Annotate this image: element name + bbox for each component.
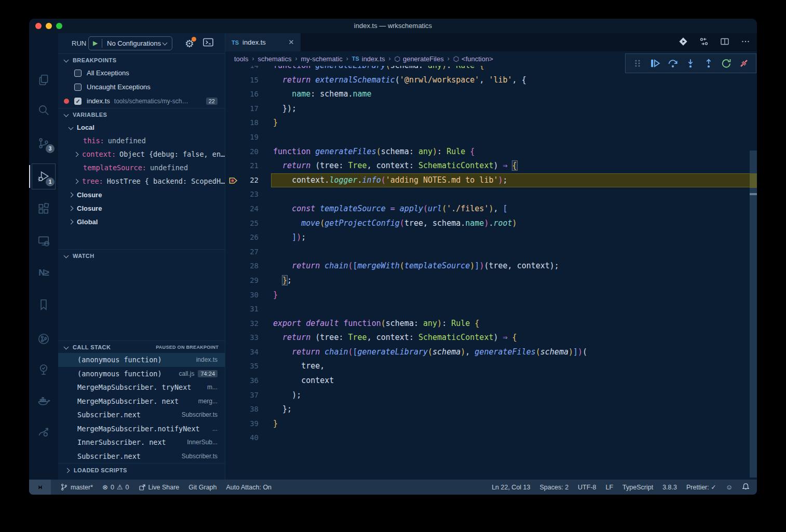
gutter[interactable] <box>225 302 241 317</box>
encoding-status[interactable]: UTF-8 <box>578 484 596 491</box>
breakpoint-row[interactable]: ✓index.tstools/schematics/my-sch…22 <box>58 94 225 108</box>
paused-breakpoint-icon[interactable] <box>225 173 241 188</box>
code-line[interactable]: 34 return chain([generateLibrary(schema)… <box>225 345 750 360</box>
remote-explorer-icon[interactable] <box>29 227 58 254</box>
gutter[interactable] <box>225 288 241 303</box>
remote-indicator[interactable] <box>29 480 51 495</box>
breadcrumb-item[interactable]: my-schematic <box>301 55 343 63</box>
configure-gear-icon[interactable]: ⚙ <box>183 37 196 50</box>
start-debug-icon[interactable]: ▶ <box>89 39 102 48</box>
callstack-frame[interactable]: MergeMapSubscriber.notifyNext... <box>58 422 225 436</box>
live-share-status[interactable]: Live Share <box>139 484 180 491</box>
overview-ruler[interactable] <box>750 66 757 480</box>
code-line[interactable]: 27 <box>225 245 750 260</box>
explorer-icon[interactable] <box>29 66 58 93</box>
git-graph-status[interactable]: Git Graph <box>188 484 216 491</box>
step-out-button[interactable] <box>702 57 715 70</box>
extensions-icon[interactable] <box>29 195 58 222</box>
gutter[interactable] <box>225 230 241 245</box>
breadcrumb-item[interactable]: schematics <box>258 55 291 63</box>
auto-attach-status[interactable]: Auto Attach: On <box>226 484 272 491</box>
code-line[interactable]: 36 context <box>225 374 750 388</box>
indentation-status[interactable]: Spaces: 2 <box>540 484 569 491</box>
breakpoint-checkbox[interactable] <box>74 70 82 77</box>
variable-row[interactable]: context:Object {debug: false, en… <box>58 147 225 161</box>
gutter[interactable] <box>225 116 241 130</box>
language-status[interactable]: TypeScript <box>622 484 653 491</box>
debug-configuration-dropdown[interactable]: ▶ No Configurations <box>88 36 172 50</box>
step-over-button[interactable] <box>666 57 680 70</box>
gutter[interactable] <box>225 417 241 431</box>
gutter[interactable] <box>225 388 241 403</box>
code-line[interactable]: 24 const templateSource = apply(url('./f… <box>225 202 750 216</box>
gutter[interactable] <box>225 87 241 102</box>
split-editor-icon[interactable] <box>720 36 730 49</box>
code-line[interactable]: 18} <box>225 116 750 130</box>
cursor-position-status[interactable]: Ln 22, Col 13 <box>492 484 530 491</box>
variable-scope-row[interactable]: Global <box>58 215 225 228</box>
code-line[interactable]: 25 move(getProjectConfig(tree, schema.na… <box>225 216 750 231</box>
code-line[interactable]: 35 tree, <box>225 359 750 374</box>
git-branch-status[interactable]: master* <box>60 483 93 491</box>
variable-scope-row[interactable]: Closure <box>58 201 225 215</box>
project-manager-icon[interactable] <box>29 418 58 445</box>
code-line[interactable]: 29 }; <box>225 274 750 288</box>
breakpoints-section-header[interactable]: BREAKPOINTS <box>58 53 225 66</box>
open-changes-icon[interactable] <box>678 36 688 49</box>
callstack-frame[interactable]: MergeMapSubscriber._tryNextm... <box>58 380 225 394</box>
code-line[interactable]: 19 <box>225 130 750 145</box>
debug-console-icon[interactable] <box>202 37 214 50</box>
code-line[interactable]: 28 return chain([mergeWith(templateSourc… <box>225 259 750 274</box>
variable-row[interactable]: tree:HostTree {_backend: ScopedH… <box>58 174 225 188</box>
code-line[interactable]: 20function generateFiles(schema: any): R… <box>225 145 750 159</box>
close-tab-icon[interactable] <box>288 38 294 47</box>
code-line[interactable]: 32export default function(schema: any): … <box>225 317 750 331</box>
watch-section-header[interactable]: WATCH <box>58 249 225 262</box>
gutter[interactable] <box>225 374 241 388</box>
gutter[interactable] <box>225 187 241 202</box>
gutter[interactable] <box>225 145 241 159</box>
breadcrumb-item[interactable]: ⬡generateFiles <box>395 55 444 63</box>
docker-icon[interactable] <box>29 387 58 414</box>
gutter[interactable] <box>225 259 241 274</box>
code-line[interactable]: 15 return externalSchematic('@nrwl/works… <box>225 73 750 88</box>
bookmarks-icon[interactable] <box>29 291 58 318</box>
feedback-icon[interactable]: ☺ <box>726 483 733 491</box>
gutter[interactable] <box>225 402 241 417</box>
callstack-frame[interactable]: Subscriber.nextSubscriber.ts <box>58 408 225 422</box>
callstack-frame[interactable]: (anonymous function)index.ts <box>58 353 225 367</box>
code-line[interactable]: 40 <box>225 431 750 445</box>
source-control-icon[interactable]: 3 <box>29 130 58 157</box>
disconnect-button[interactable] <box>737 57 751 70</box>
gutter[interactable] <box>225 274 241 288</box>
code-line[interactable]: 30} <box>225 288 750 303</box>
breadcrumb-item[interactable]: ⬡<function> <box>453 55 493 63</box>
code-line[interactable]: 21 return (tree: Tree, context: Schemati… <box>225 159 750 173</box>
code-area[interactable]: 14function generateLibrary(schema: any):… <box>225 59 750 445</box>
gutter[interactable] <box>225 159 241 173</box>
callstack-frame[interactable]: Subscriber.nextSubscriber.ts <box>58 449 225 463</box>
step-into-button[interactable] <box>684 57 697 70</box>
variable-row[interactable]: this:undefined <box>58 134 225 147</box>
variable-scope-row[interactable]: Closure <box>58 188 225 201</box>
code-line[interactable]: 39} <box>225 417 750 431</box>
gutter[interactable] <box>225 216 241 231</box>
prettier-status[interactable]: Prettier: ✓ <box>686 483 716 491</box>
gutter[interactable] <box>225 73 241 88</box>
breakpoint-row[interactable]: Uncaught Exceptions <box>58 80 225 94</box>
notifications-bell-icon[interactable] <box>742 483 750 492</box>
problems-status[interactable]: ⊗ 0 ⚠ 0 <box>102 483 129 491</box>
eol-status[interactable]: LF <box>606 484 614 491</box>
code-line[interactable]: 26 ]); <box>225 230 750 245</box>
nx-console-icon[interactable]: N≥ <box>29 260 58 287</box>
breakpoint-row[interactable]: All Exceptions <box>58 66 225 80</box>
gutter[interactable] <box>225 431 241 445</box>
code-line[interactable]: 17 }); <box>225 102 750 116</box>
gutter[interactable] <box>225 359 241 374</box>
continue-button[interactable] <box>648 57 662 70</box>
search-icon[interactable] <box>29 97 58 124</box>
callstack-frame[interactable]: (anonymous function)call.js74:24 <box>58 367 225 381</box>
git-graph-icon[interactable] <box>29 325 58 352</box>
callstack-frame[interactable]: InnerSubscriber._nextInnerSub... <box>58 435 225 449</box>
ts-version-status[interactable]: 3.8.3 <box>662 484 677 491</box>
